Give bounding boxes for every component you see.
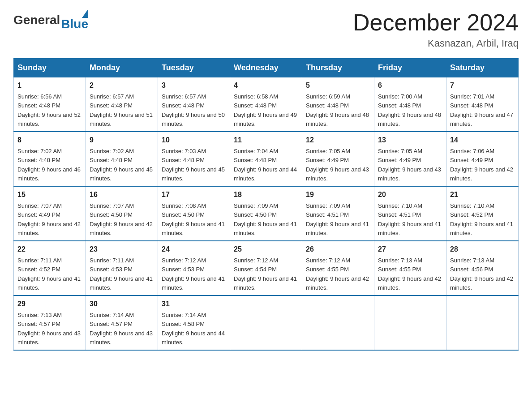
header: General Blue December 2024 Kasnazan, Arb…	[13, 9, 519, 49]
day-info: Sunrise: 7:07 AMSunset: 4:49 PMDaylight:…	[17, 202, 81, 236]
day-info: Sunrise: 7:12 AMSunset: 4:54 PMDaylight:…	[234, 257, 297, 291]
day-number: 21	[450, 189, 515, 200]
day-info: Sunrise: 7:11 AMSunset: 4:53 PMDaylight:…	[90, 257, 153, 291]
calendar-cell: 19Sunrise: 7:09 AMSunset: 4:51 PMDayligh…	[302, 186, 374, 241]
day-number: 2	[90, 80, 154, 91]
calendar-cell	[302, 295, 374, 350]
calendar-cell: 23Sunrise: 7:11 AMSunset: 4:53 PMDayligh…	[86, 241, 158, 295]
day-number: 26	[306, 244, 370, 255]
calendar-cell: 9Sunrise: 7:02 AMSunset: 4:48 PMDaylight…	[86, 132, 158, 186]
calendar-cell: 5Sunrise: 6:59 AMSunset: 4:48 PMDaylight…	[302, 77, 374, 132]
calendar-cell: 21Sunrise: 7:10 AMSunset: 4:52 PMDayligh…	[446, 186, 519, 241]
calendar-cell: 3Sunrise: 6:57 AMSunset: 4:48 PMDaylight…	[158, 77, 230, 132]
calendar-cell: 18Sunrise: 7:09 AMSunset: 4:50 PMDayligh…	[230, 186, 302, 241]
calendar-cell: 6Sunrise: 7:00 AMSunset: 4:48 PMDaylight…	[374, 77, 446, 132]
day-number: 3	[162, 80, 226, 91]
day-info: Sunrise: 6:57 AMSunset: 4:48 PMDaylight:…	[162, 93, 225, 127]
calendar-cell: 1Sunrise: 6:56 AMSunset: 4:48 PMDaylight…	[14, 77, 86, 132]
day-number: 20	[378, 189, 442, 200]
day-number: 10	[162, 135, 226, 146]
day-number: 29	[17, 299, 82, 309]
day-info: Sunrise: 7:14 AMSunset: 4:58 PMDaylight:…	[162, 312, 225, 346]
calendar-cell: 17Sunrise: 7:08 AMSunset: 4:50 PMDayligh…	[158, 186, 230, 241]
calendar-cell: 11Sunrise: 7:04 AMSunset: 4:48 PMDayligh…	[230, 132, 302, 186]
day-number: 27	[378, 244, 442, 255]
calendar-cell: 20Sunrise: 7:10 AMSunset: 4:51 PMDayligh…	[374, 186, 446, 241]
calendar-cell: 10Sunrise: 7:03 AMSunset: 4:48 PMDayligh…	[158, 132, 230, 186]
day-number: 15	[17, 189, 82, 200]
day-info: Sunrise: 7:10 AMSunset: 4:52 PMDaylight:…	[450, 202, 513, 236]
day-number: 25	[234, 244, 298, 255]
day-number: 8	[17, 135, 82, 146]
day-info: Sunrise: 6:57 AMSunset: 4:48 PMDaylight:…	[90, 93, 153, 127]
day-info: Sunrise: 7:05 AMSunset: 4:49 PMDaylight:…	[378, 148, 441, 182]
logo-triangle-icon	[82, 9, 88, 18]
calendar-cell: 15Sunrise: 7:07 AMSunset: 4:49 PMDayligh…	[14, 186, 86, 241]
day-header-tuesday: Tuesday	[158, 59, 230, 77]
calendar-cell: 16Sunrise: 7:07 AMSunset: 4:50 PMDayligh…	[86, 186, 158, 241]
calendar-week-row: 1Sunrise: 6:56 AMSunset: 4:48 PMDaylight…	[14, 77, 519, 132]
logo-blue-text: Blue	[61, 17, 88, 31]
day-info: Sunrise: 7:07 AMSunset: 4:50 PMDaylight:…	[90, 202, 153, 236]
day-number: 30	[90, 299, 154, 309]
day-header-sunday: Sunday	[14, 59, 86, 77]
day-info: Sunrise: 7:13 AMSunset: 4:55 PMDaylight:…	[378, 257, 441, 291]
calendar-cell: 13Sunrise: 7:05 AMSunset: 4:49 PMDayligh…	[374, 132, 446, 186]
day-number: 11	[234, 135, 298, 146]
day-number: 4	[234, 80, 298, 91]
calendar-cell: 24Sunrise: 7:12 AMSunset: 4:53 PMDayligh…	[158, 241, 230, 295]
day-info: Sunrise: 7:02 AMSunset: 4:48 PMDaylight:…	[17, 148, 81, 182]
day-info: Sunrise: 7:11 AMSunset: 4:52 PMDaylight:…	[17, 257, 81, 291]
calendar-cell: 7Sunrise: 7:01 AMSunset: 4:48 PMDaylight…	[446, 77, 519, 132]
calendar-cell: 12Sunrise: 7:05 AMSunset: 4:49 PMDayligh…	[302, 132, 374, 186]
day-info: Sunrise: 7:01 AMSunset: 4:48 PMDaylight:…	[450, 93, 513, 127]
logo-blue-part: Blue	[61, 9, 88, 31]
day-header-monday: Monday	[86, 59, 158, 77]
day-info: Sunrise: 7:10 AMSunset: 4:51 PMDaylight:…	[378, 202, 441, 236]
calendar-cell: 25Sunrise: 7:12 AMSunset: 4:54 PMDayligh…	[230, 241, 302, 295]
month-year-title: December 2024	[353, 9, 519, 36]
day-number: 22	[17, 244, 82, 255]
day-info: Sunrise: 6:56 AMSunset: 4:48 PMDaylight:…	[17, 93, 81, 127]
day-info: Sunrise: 7:02 AMSunset: 4:48 PMDaylight:…	[90, 148, 153, 182]
day-number: 14	[450, 135, 515, 146]
day-info: Sunrise: 7:00 AMSunset: 4:48 PMDaylight:…	[378, 93, 441, 127]
day-info: Sunrise: 7:09 AMSunset: 4:50 PMDaylight:…	[234, 202, 297, 236]
calendar-header-row: SundayMondayTuesdayWednesdayThursdayFrid…	[14, 59, 519, 77]
day-header-saturday: Saturday	[446, 59, 519, 77]
calendar-cell: 4Sunrise: 6:58 AMSunset: 4:48 PMDaylight…	[230, 77, 302, 132]
day-number: 23	[90, 244, 154, 255]
day-number: 16	[90, 189, 154, 200]
day-number: 6	[378, 80, 442, 91]
calendar-cell: 26Sunrise: 7:12 AMSunset: 4:55 PMDayligh…	[302, 241, 374, 295]
day-number: 18	[234, 189, 298, 200]
day-number: 13	[378, 135, 442, 146]
calendar-week-row: 8Sunrise: 7:02 AMSunset: 4:48 PMDaylight…	[14, 132, 519, 186]
day-number: 17	[162, 189, 226, 200]
day-number: 19	[306, 189, 370, 200]
calendar-cell: 31Sunrise: 7:14 AMSunset: 4:58 PMDayligh…	[158, 295, 230, 350]
day-info: Sunrise: 7:05 AMSunset: 4:49 PMDaylight:…	[306, 148, 369, 182]
calendar-cell: 22Sunrise: 7:11 AMSunset: 4:52 PMDayligh…	[14, 241, 86, 295]
day-number: 1	[17, 80, 82, 91]
day-number: 5	[306, 80, 370, 91]
calendar-cell	[446, 295, 519, 350]
calendar-cell: 27Sunrise: 7:13 AMSunset: 4:55 PMDayligh…	[374, 241, 446, 295]
calendar-cell: 28Sunrise: 7:13 AMSunset: 4:56 PMDayligh…	[446, 241, 519, 295]
calendar-week-row: 22Sunrise: 7:11 AMSunset: 4:52 PMDayligh…	[14, 241, 519, 295]
day-number: 9	[90, 135, 154, 146]
calendar-cell: 8Sunrise: 7:02 AMSunset: 4:48 PMDaylight…	[14, 132, 86, 186]
day-number: 28	[450, 244, 515, 255]
day-info: Sunrise: 7:03 AMSunset: 4:48 PMDaylight:…	[162, 148, 225, 182]
day-info: Sunrise: 7:13 AMSunset: 4:56 PMDaylight:…	[450, 257, 513, 291]
day-number: 24	[162, 244, 226, 255]
day-info: Sunrise: 6:58 AMSunset: 4:48 PMDaylight:…	[234, 93, 297, 127]
calendar-cell: 29Sunrise: 7:13 AMSunset: 4:57 PMDayligh…	[14, 295, 86, 350]
calendar-table: SundayMondayTuesdayWednesdayThursdayFrid…	[13, 58, 519, 351]
day-info: Sunrise: 6:59 AMSunset: 4:48 PMDaylight:…	[306, 93, 369, 127]
day-header-friday: Friday	[374, 59, 446, 77]
day-number: 31	[162, 299, 226, 309]
day-info: Sunrise: 7:06 AMSunset: 4:49 PMDaylight:…	[450, 148, 513, 182]
calendar-week-row: 29Sunrise: 7:13 AMSunset: 4:57 PMDayligh…	[14, 295, 519, 350]
day-info: Sunrise: 7:13 AMSunset: 4:57 PMDaylight:…	[17, 312, 81, 346]
